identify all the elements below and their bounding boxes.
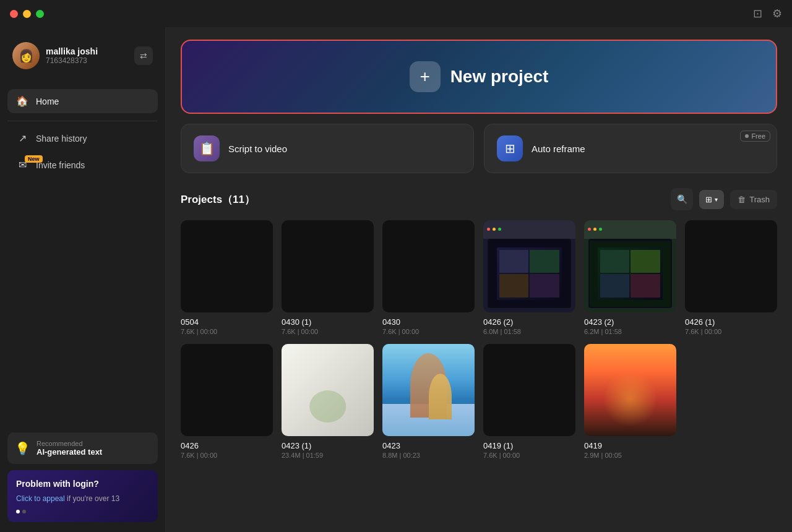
avatar-image: 👩 <box>12 42 40 69</box>
project-card-0419-1[interactable]: 0419 (1) 7.6K | 00:00 <box>483 344 575 459</box>
sidebar-item-invite-label: Invite friends <box>36 160 85 170</box>
titlebar: ⊡ ⚙ <box>0 0 792 27</box>
project-card-0426-1[interactable]: 0426 (1) 7.6K | 00:00 <box>685 220 777 335</box>
thumb-desktop2 <box>584 220 676 312</box>
close-button[interactable] <box>10 10 18 18</box>
project-card-0504[interactable]: 0504 7.6K | 00:00 <box>181 220 273 335</box>
thumb-desktop2-bar <box>584 220 676 239</box>
project-card-0426-2[interactable]: 0426 (2) 6.0M | 01:58 <box>483 220 575 335</box>
sidebar-item-home-label: Home <box>36 97 59 106</box>
thumb-marble <box>282 344 374 436</box>
recommend-icon: 💡 <box>15 441 30 456</box>
project-name-0423: 0423 <box>382 441 475 450</box>
project-meta-0430-1: 7.6K | 00:00 <box>282 328 374 335</box>
sidebar-item-home[interactable]: 🏠 Home <box>7 89 158 113</box>
minimize-button[interactable] <box>23 10 31 18</box>
projects-title: Projects（11） <box>181 192 255 207</box>
maximize-button[interactable] <box>36 10 44 18</box>
recommended-info: Recommended AI-generated text <box>37 440 102 457</box>
project-thumb-0430-1 <box>282 220 374 312</box>
problem-dots <box>16 510 149 513</box>
problem-body: Click to appeal if you're over 13 <box>16 492 149 504</box>
share-icon: ↗ <box>16 132 28 144</box>
recommended-title: AI-generated text <box>37 447 102 457</box>
feature-row: 📋 Script to video ⊞ Auto reframe Free <box>181 124 777 173</box>
auto-icon: ⊞ <box>505 141 515 156</box>
grid-icon: ⊞ <box>705 195 712 204</box>
trash-button[interactable]: 🗑 Trash <box>730 190 777 209</box>
projects-actions: 🔍 ⊞ ▾ 🗑 Trash <box>671 188 777 210</box>
sidebar-bottom: 💡 Recommended AI-generated text Problem … <box>7 432 158 522</box>
problem-dot-2 <box>22 510 26 513</box>
problem-text-rest: if you're over 13 <box>65 494 119 503</box>
project-name-0419-1: 0419 (1) <box>483 441 575 450</box>
recommended-card[interactable]: 💡 Recommended AI-generated text <box>7 432 158 464</box>
auto-reframe-button[interactable]: ⊞ Auto reframe Free <box>484 124 777 173</box>
project-thumb-0419-1 <box>483 344 575 436</box>
user-name: mallika joshi <box>46 46 128 56</box>
view-toggle: ⊞ ▾ <box>699 190 724 209</box>
new-project-inner: + New project <box>410 61 549 92</box>
project-meta-0504: 7.6K | 00:00 <box>181 328 273 335</box>
project-card-0423-1[interactable]: 0423 (1) 23.4M | 01:59 <box>282 344 374 459</box>
app-body: 👩 mallika joshi 7163428373 ⇄ 🏠 Home ↗ Sh… <box>0 27 792 532</box>
project-card-0430-1[interactable]: 0430 (1) 7.6K | 00:00 <box>282 220 374 335</box>
problem-card[interactable]: Problem with login? Click to appeal if y… <box>7 470 158 522</box>
trash-icon: 🗑 <box>738 195 746 204</box>
user-section: 👩 mallika joshi 7163428373 ⇄ <box>7 37 158 74</box>
chat-icon[interactable]: ⊡ <box>753 7 762 20</box>
project-meta-0423: 8.8M | 00:23 <box>382 452 475 459</box>
free-badge-dot <box>745 134 749 138</box>
search-button[interactable]: 🔍 <box>671 188 693 210</box>
main-content: + New project 📋 Script to video ⊞ Auto r… <box>166 27 792 532</box>
script-to-video-button[interactable]: 📋 Script to video <box>181 124 474 173</box>
script-to-video-label: Script to video <box>228 144 287 154</box>
projects-header: Projects（11） 🔍 ⊞ ▾ 🗑 Trash <box>181 188 777 210</box>
project-name-0426-2: 0426 (2) <box>483 317 575 327</box>
project-name-0423-1: 0423 (1) <box>282 441 374 450</box>
project-name-0426-1: 0426 (1) <box>685 317 777 327</box>
sidebar-item-share-history[interactable]: ↗ Share history <box>7 126 158 150</box>
project-thumb-0426-1 <box>685 220 777 312</box>
project-name-0430-1: 0430 (1) <box>282 317 374 327</box>
project-meta-0423-2: 6.2M | 01:58 <box>584 328 676 335</box>
switch-account-button[interactable]: ⇄ <box>134 46 153 65</box>
thumb-beach <box>382 344 475 436</box>
trash-label: Trash <box>749 195 770 204</box>
free-badge: Free <box>740 131 770 142</box>
settings-icon[interactable]: ⚙ <box>772 7 782 20</box>
project-meta-0419-1: 7.6K | 00:00 <box>483 452 575 459</box>
plus-icon: + <box>420 67 429 87</box>
project-meta-0423-1: 23.4M | 01:59 <box>282 452 374 459</box>
thumb-dot-red2 <box>588 228 591 231</box>
project-card-0426[interactable]: 0426 7.6K | 00:00 <box>181 344 273 459</box>
project-name-0426: 0426 <box>181 441 273 450</box>
problem-link[interactable]: Click to appeal <box>16 494 65 503</box>
thumb-black <box>685 220 777 312</box>
sidebar-item-invite-friends[interactable]: ✉ Invite friends New <box>7 153 158 177</box>
new-project-icon: + <box>410 61 441 92</box>
project-name-0504: 0504 <box>181 317 273 327</box>
nav-divider <box>7 121 158 121</box>
recommended-label: Recommended <box>37 440 102 447</box>
script-icon-wrap: 📋 <box>194 135 220 161</box>
project-card-0419[interactable]: 0419 2.9M | 00:05 <box>584 344 676 459</box>
project-card-0423-2[interactable]: 0423 (2) 6.2M | 01:58 <box>584 220 676 335</box>
new-project-banner[interactable]: + New project <box>181 40 777 114</box>
project-card-0430[interactable]: 0430 7.6K | 00:00 <box>382 220 475 335</box>
project-thumb-0419 <box>584 344 676 436</box>
user-id: 7163428373 <box>46 56 128 65</box>
project-name-0430: 0430 <box>382 317 475 327</box>
grid-view-button[interactable]: ⊞ ▾ <box>699 190 724 209</box>
project-card-0423[interactable]: 0423 8.8M | 00:23 <box>382 344 475 459</box>
problem-title: Problem with login? <box>16 479 149 489</box>
project-thumb-0430 <box>382 220 475 312</box>
user-info: mallika joshi 7163428373 <box>46 46 128 65</box>
project-thumb-0426-2 <box>483 220 575 312</box>
thumb-dot-yellow <box>493 228 496 231</box>
problem-dot-1 <box>16 510 20 513</box>
thumb-dot-green <box>498 228 501 231</box>
project-thumb-0426 <box>181 344 273 436</box>
project-thumb-0423-1 <box>282 344 374 436</box>
thumb-sunset <box>584 344 676 436</box>
